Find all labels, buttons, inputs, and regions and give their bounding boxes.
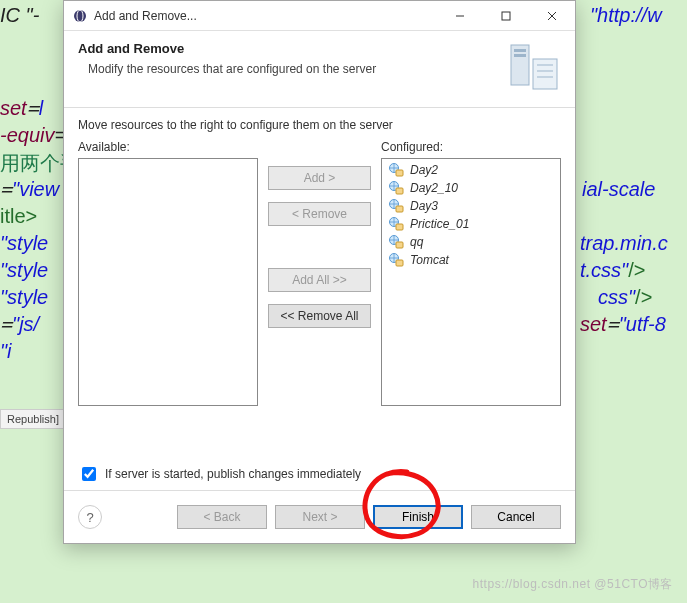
wizard-header: Add and Remove Modify the resources that… xyxy=(64,31,575,108)
list-item[interactable]: Prictice_01 xyxy=(384,215,558,233)
bg-code: trap.min.c xyxy=(580,231,668,255)
window-title: Add and Remove... xyxy=(94,9,437,23)
server-graphic-icon xyxy=(505,41,561,93)
web-module-icon xyxy=(388,216,404,232)
page-title: Add and Remove xyxy=(78,41,505,56)
bg-code: set="utf-8 xyxy=(580,312,666,336)
bg-code: set=l xyxy=(0,96,43,120)
back-button[interactable]: < Back xyxy=(177,505,267,529)
svg-rect-18 xyxy=(396,206,403,212)
bg-code: IC "- xyxy=(0,3,39,27)
bg-code: "i xyxy=(0,339,12,363)
eclipse-icon xyxy=(72,8,88,24)
page-description: Modify the resources that are configured… xyxy=(78,62,505,76)
wizard-footer: ? < Back Next > Finish Cancel xyxy=(64,490,575,543)
svg-rect-8 xyxy=(514,54,526,57)
svg-rect-20 xyxy=(396,224,403,230)
list-item-label: Tomcat xyxy=(410,253,449,267)
titlebar[interactable]: Add and Remove... xyxy=(64,1,575,31)
list-item[interactable]: Day2 xyxy=(384,161,558,179)
list-item-label: qq xyxy=(410,235,423,249)
svg-rect-22 xyxy=(396,242,403,248)
web-module-icon xyxy=(388,252,404,268)
list-item-label: Day2_10 xyxy=(410,181,458,195)
add-remove-dialog: Add and Remove... Add and Remove Modify … xyxy=(63,0,576,544)
remove-button[interactable]: < Remove xyxy=(268,202,371,226)
web-module-icon xyxy=(388,162,404,178)
list-item-label: Prictice_01 xyxy=(410,217,469,231)
list-item[interactable]: Tomcat xyxy=(384,251,558,269)
server-republish-status: Republish] xyxy=(0,409,66,429)
remove-all-button[interactable]: << Remove All xyxy=(268,304,371,328)
list-item[interactable]: Day3 xyxy=(384,197,558,215)
available-label: Available: xyxy=(78,140,258,154)
svg-rect-16 xyxy=(396,188,403,194)
bg-code: "style xyxy=(0,285,48,309)
bg-code: "style xyxy=(0,258,48,282)
bg-code: t.css"/> xyxy=(580,258,645,282)
bg-code: itle> xyxy=(0,204,37,228)
publish-checkbox-label: If server is started, publish changes im… xyxy=(105,467,361,481)
bg-code: ial-scale xyxy=(582,177,655,201)
web-module-icon xyxy=(388,198,404,214)
svg-rect-3 xyxy=(502,12,510,20)
next-button[interactable]: Next > xyxy=(275,505,365,529)
watermark: https://blog.csdn.net @51CTO博客 xyxy=(473,576,673,593)
list-item[interactable]: Day2_10 xyxy=(384,179,558,197)
minimize-button[interactable] xyxy=(437,1,483,30)
list-item-label: Day3 xyxy=(410,199,438,213)
list-item-label: Day2 xyxy=(410,163,438,177)
svg-rect-9 xyxy=(533,59,557,89)
bg-code: css"/> xyxy=(598,285,652,309)
close-button[interactable] xyxy=(529,1,575,30)
bg-code: ="js/ xyxy=(0,312,39,336)
cancel-button[interactable]: Cancel xyxy=(471,505,561,529)
bg-code: "http://w xyxy=(590,3,662,27)
publish-checkbox[interactable] xyxy=(82,467,96,481)
web-module-icon xyxy=(388,180,404,196)
publish-checkbox-row[interactable]: If server is started, publish changes im… xyxy=(78,464,561,484)
help-button[interactable]: ? xyxy=(78,505,102,529)
instruction-text: Move resources to the right to configure… xyxy=(78,118,561,132)
svg-point-0 xyxy=(74,10,86,22)
configured-listbox[interactable]: Day2Day2_10Day3Prictice_01qqTomcat xyxy=(381,158,561,406)
bg-code: "style xyxy=(0,231,48,255)
svg-rect-14 xyxy=(396,170,403,176)
add-button[interactable]: Add > xyxy=(268,166,371,190)
bg-code: -equiv= xyxy=(0,123,66,147)
configured-label: Configured: xyxy=(381,140,561,154)
bg-code: ="view xyxy=(0,177,59,201)
list-item[interactable]: qq xyxy=(384,233,558,251)
web-module-icon xyxy=(388,234,404,250)
finish-button[interactable]: Finish xyxy=(373,505,463,529)
available-listbox[interactable] xyxy=(78,158,258,406)
add-all-button[interactable]: Add All >> xyxy=(268,268,371,292)
svg-rect-24 xyxy=(396,260,403,266)
svg-rect-7 xyxy=(514,49,526,52)
maximize-button[interactable] xyxy=(483,1,529,30)
